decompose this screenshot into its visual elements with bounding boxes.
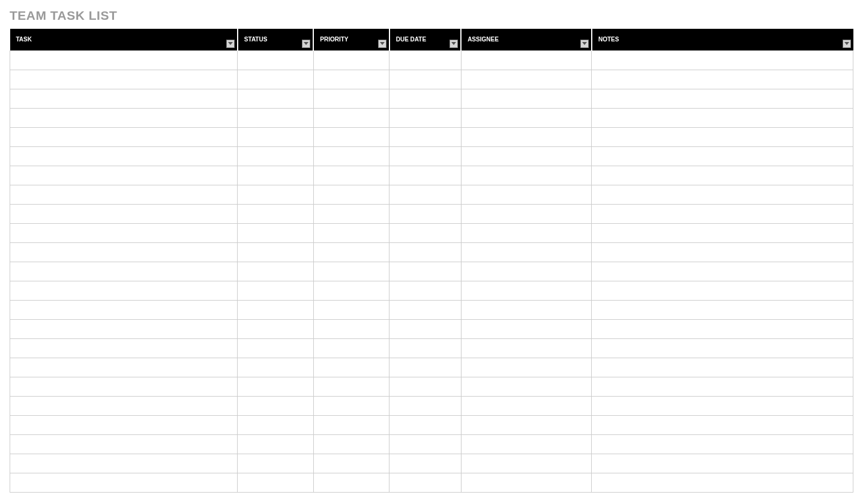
cell-task[interactable]: [10, 223, 238, 242]
cell-assignee[interactable]: [461, 89, 592, 108]
cell-task[interactable]: [10, 166, 238, 185]
cell-assignee[interactable]: [461, 50, 592, 70]
cell-priority[interactable]: [313, 242, 389, 262]
cell-duedate[interactable]: [389, 377, 461, 396]
filter-dropdown-duedate[interactable]: [450, 40, 458, 48]
filter-dropdown-assignee[interactable]: [580, 40, 589, 48]
cell-notes[interactable]: [592, 204, 853, 223]
cell-assignee[interactable]: [461, 185, 592, 204]
cell-priority[interactable]: [313, 454, 389, 473]
cell-status[interactable]: [238, 415, 313, 434]
cell-status[interactable]: [238, 242, 313, 262]
cell-assignee[interactable]: [461, 204, 592, 223]
cell-notes[interactable]: [592, 454, 853, 473]
cell-notes[interactable]: [592, 127, 853, 146]
cell-assignee[interactable]: [461, 281, 592, 300]
filter-dropdown-priority[interactable]: [378, 40, 386, 48]
cell-status[interactable]: [238, 396, 313, 415]
cell-duedate[interactable]: [389, 185, 461, 204]
cell-task[interactable]: [10, 262, 238, 281]
cell-status[interactable]: [238, 204, 313, 223]
cell-priority[interactable]: [313, 415, 389, 434]
cell-priority[interactable]: [313, 358, 389, 377]
cell-status[interactable]: [238, 166, 313, 185]
cell-priority[interactable]: [313, 146, 389, 166]
cell-priority[interactable]: [313, 262, 389, 281]
cell-assignee[interactable]: [461, 108, 592, 127]
cell-status[interactable]: [238, 70, 313, 89]
cell-status[interactable]: [238, 108, 313, 127]
cell-status[interactable]: [238, 434, 313, 454]
cell-notes[interactable]: [592, 358, 853, 377]
cell-priority[interactable]: [313, 281, 389, 300]
cell-priority[interactable]: [313, 204, 389, 223]
cell-duedate[interactable]: [389, 127, 461, 146]
cell-assignee[interactable]: [461, 377, 592, 396]
column-header-status[interactable]: STATUS: [238, 29, 313, 50]
cell-priority[interactable]: [313, 127, 389, 146]
cell-notes[interactable]: [592, 300, 853, 319]
cell-duedate[interactable]: [389, 108, 461, 127]
cell-duedate[interactable]: [389, 473, 461, 492]
cell-duedate[interactable]: [389, 146, 461, 166]
cell-assignee[interactable]: [461, 262, 592, 281]
cell-notes[interactable]: [592, 50, 853, 70]
cell-status[interactable]: [238, 319, 313, 338]
cell-priority[interactable]: [313, 377, 389, 396]
cell-task[interactable]: [10, 473, 238, 492]
cell-notes[interactable]: [592, 242, 853, 262]
cell-status[interactable]: [238, 262, 313, 281]
cell-task[interactable]: [10, 204, 238, 223]
cell-assignee[interactable]: [461, 415, 592, 434]
cell-duedate[interactable]: [389, 242, 461, 262]
cell-status[interactable]: [238, 281, 313, 300]
cell-notes[interactable]: [592, 473, 853, 492]
cell-notes[interactable]: [592, 415, 853, 434]
cell-duedate[interactable]: [389, 166, 461, 185]
cell-priority[interactable]: [313, 473, 389, 492]
cell-assignee[interactable]: [461, 338, 592, 358]
cell-assignee[interactable]: [461, 242, 592, 262]
cell-task[interactable]: [10, 454, 238, 473]
column-header-priority[interactable]: PRIORITY: [313, 29, 389, 50]
cell-notes[interactable]: [592, 319, 853, 338]
cell-task[interactable]: [10, 319, 238, 338]
column-header-task[interactable]: TASK: [10, 29, 238, 50]
cell-duedate[interactable]: [389, 204, 461, 223]
cell-task[interactable]: [10, 89, 238, 108]
filter-dropdown-notes[interactable]: [843, 40, 851, 48]
cell-notes[interactable]: [592, 434, 853, 454]
cell-priority[interactable]: [313, 166, 389, 185]
cell-assignee[interactable]: [461, 358, 592, 377]
cell-assignee[interactable]: [461, 166, 592, 185]
cell-notes[interactable]: [592, 262, 853, 281]
cell-priority[interactable]: [313, 338, 389, 358]
filter-dropdown-status[interactable]: [302, 40, 310, 48]
cell-duedate[interactable]: [389, 396, 461, 415]
cell-duedate[interactable]: [389, 262, 461, 281]
cell-task[interactable]: [10, 396, 238, 415]
cell-assignee[interactable]: [461, 473, 592, 492]
cell-task[interactable]: [10, 70, 238, 89]
cell-priority[interactable]: [313, 223, 389, 242]
cell-task[interactable]: [10, 146, 238, 166]
cell-status[interactable]: [238, 127, 313, 146]
cell-status[interactable]: [238, 338, 313, 358]
cell-notes[interactable]: [592, 108, 853, 127]
cell-priority[interactable]: [313, 185, 389, 204]
cell-notes[interactable]: [592, 70, 853, 89]
cell-assignee[interactable]: [461, 396, 592, 415]
cell-priority[interactable]: [313, 300, 389, 319]
column-header-assignee[interactable]: ASSIGNEE: [461, 29, 592, 50]
cell-notes[interactable]: [592, 146, 853, 166]
cell-duedate[interactable]: [389, 50, 461, 70]
cell-status[interactable]: [238, 454, 313, 473]
cell-priority[interactable]: [313, 108, 389, 127]
cell-notes[interactable]: [592, 185, 853, 204]
cell-task[interactable]: [10, 281, 238, 300]
cell-assignee[interactable]: [461, 223, 592, 242]
cell-duedate[interactable]: [389, 434, 461, 454]
cell-assignee[interactable]: [461, 146, 592, 166]
cell-notes[interactable]: [592, 377, 853, 396]
cell-status[interactable]: [238, 223, 313, 242]
